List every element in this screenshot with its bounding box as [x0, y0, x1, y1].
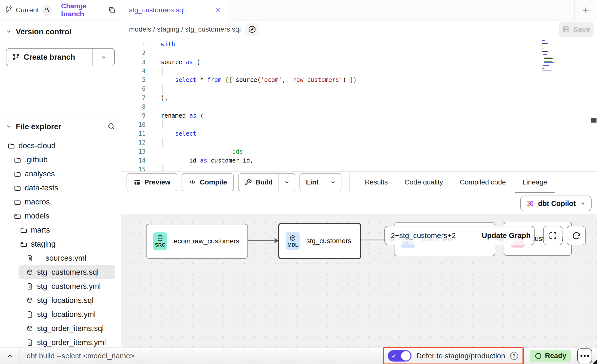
new-tab-button[interactable]: [575, 0, 597, 20]
indent-guide: [162, 67, 163, 75]
code-line-13[interactable]: 13 ---------- ids: [121, 147, 597, 156]
tree-item-label: stg_customers.sql: [37, 268, 99, 277]
tree-item-macros[interactable]: macros: [6, 195, 115, 209]
lineage-node-stg-customers[interactable]: MDLstg_customers: [278, 223, 361, 259]
code-line-2[interactable]: 2: [121, 49, 597, 57]
code-line-15[interactable]: 15: [121, 165, 597, 171]
code-line-11[interactable]: 11 select: [121, 129, 597, 138]
tab-code-quality[interactable]: Code quality: [397, 171, 450, 193]
tree-item-stg-locations-yml[interactable]: stg_locations.yml: [19, 307, 115, 321]
code-line-10[interactable]: 10: [121, 120, 597, 129]
file-tree: docs-cloud.githubanalysesdata-testsmacro…: [0, 136, 121, 347]
tree-item-models[interactable]: models: [6, 209, 115, 223]
tree-item-stg-order-items-sql[interactable]: stg_order_items.sql: [19, 321, 115, 335]
code-line-9[interactable]: 9renamed as (: [121, 111, 597, 120]
tree-item--github[interactable]: .github: [6, 153, 115, 167]
defer-toggle[interactable]: [388, 350, 411, 362]
chevron-down-icon[interactable]: [5, 123, 12, 130]
tree-item-label: staging: [31, 240, 56, 249]
tree-item-analyses[interactable]: analyses: [6, 167, 115, 181]
node-label: ecom.raw_customers: [174, 237, 239, 245]
code-line-14[interactable]: 14 id as customer_id,: [121, 156, 597, 165]
table-icon: [133, 179, 141, 186]
scrollbar-handle[interactable]: [591, 118, 597, 123]
copy-icon[interactable]: [108, 6, 116, 14]
update-graph-button[interactable]: Update Graph: [478, 226, 534, 245]
tree-item-label: docs-cloud: [19, 141, 56, 150]
tab-stg-customers[interactable]: stg_customers.sql: [121, 0, 229, 20]
breadcrumb: models / staging / stg_customers.sql: [129, 25, 241, 33]
create-branch-dropdown[interactable]: [93, 54, 114, 60]
indent-guide: [177, 138, 177, 147]
code-text: with: [161, 40, 175, 49]
code-text: renamed as (: [161, 111, 204, 120]
tab-compiled-code[interactable]: Compiled code: [452, 171, 513, 193]
preview-button[interactable]: Preview: [127, 173, 177, 191]
create-branch-button[interactable]: Create branch: [6, 48, 115, 66]
code-line-5[interactable]: 5 select * from {{ source('ecom', 'raw_c…: [121, 75, 597, 84]
editor-scrollbar[interactable]: [591, 38, 597, 171]
tab-results[interactable]: Results: [357, 171, 395, 193]
status-badge[interactable]: Ready: [530, 350, 571, 362]
health-check-button[interactable]: [245, 22, 259, 36]
tree-item-stg-customers-yml[interactable]: stg_customers.yml: [19, 279, 115, 293]
create-branch-label: Create branch: [24, 53, 75, 62]
lineage-selector-input[interactable]: 2+stg_customers+2: [385, 226, 478, 245]
code-line-1[interactable]: 1with: [121, 40, 597, 49]
tree-item-docs-cloud[interactable]: docs-cloud: [0, 139, 115, 153]
folder-icon: [14, 170, 21, 178]
refresh-button[interactable]: [567, 226, 586, 245]
indent-guide: [162, 138, 163, 147]
close-icon[interactable]: [215, 7, 222, 14]
preview-label: Preview: [144, 178, 170, 186]
indent-guide: [162, 84, 163, 93]
code-text: id as customer_id,: [161, 156, 254, 165]
tree-item-stg-customers-sql[interactable]: stg_customers.sql: [19, 265, 115, 279]
lock-icon: [44, 7, 50, 13]
build-dropdown[interactable]: [279, 174, 295, 191]
code-editor[interactable]: 1with23source as (45 select * from {{ so…: [121, 38, 597, 171]
result-tabs: ResultsCode qualityCompiled codeLineage: [357, 171, 555, 193]
code-line-8[interactable]: 8: [121, 102, 597, 111]
more-options-button[interactable]: [577, 348, 592, 363]
tree-item-stg-order-items-yml[interactable]: stg_order_items.yml: [19, 335, 115, 347]
line-number: 8: [121, 102, 146, 111]
tree-item-label: stg_order_items.sql: [37, 324, 104, 333]
src-badge: SRC: [153, 232, 167, 250]
code-text: ---------- ids: [161, 147, 243, 156]
save-button[interactable]: Save: [559, 22, 594, 37]
code-line-3[interactable]: 3source as (: [121, 58, 597, 67]
resize-corner: [593, 360, 597, 364]
lint-button[interactable]: Lint: [300, 174, 324, 191]
lineage-canvas[interactable]: SRCecom.raw_customersMDLstg_customersMDL…: [121, 214, 597, 347]
code-line-7[interactable]: 7),: [121, 93, 597, 102]
fullscreen-button[interactable]: [543, 226, 562, 245]
tab-lineage[interactable]: Lineage: [515, 171, 555, 193]
model-icon: [26, 269, 34, 276]
compile-button[interactable]: Compile: [182, 173, 234, 191]
dbt-copilot-button[interactable]: dbt Copilot: [520, 196, 592, 211]
lint-dropdown[interactable]: [325, 174, 341, 191]
tree-item-label: .github: [25, 155, 48, 164]
help-icon[interactable]: ?: [510, 352, 518, 360]
build-label: Build: [255, 178, 273, 186]
branch-lock-badge: [42, 4, 52, 16]
dbt-cloud-ide: Current Change branch Version control: [0, 0, 597, 364]
tree-item-stg-locations-sql[interactable]: stg_locations.sql: [19, 293, 115, 307]
code-line-6[interactable]: 6: [121, 84, 597, 93]
lineage-node-ecom-raw-customers[interactable]: SRCecom.raw_customers: [146, 224, 248, 259]
badge-label: MDL: [287, 242, 298, 248]
chevron-down-icon[interactable]: [5, 28, 12, 36]
collapse-panel-button[interactable]: [0, 347, 20, 364]
tree-item-data-tests[interactable]: data-tests: [6, 181, 115, 195]
tree-item-marts[interactable]: marts: [12, 223, 115, 237]
code-line-12[interactable]: 12: [121, 138, 597, 147]
search-icon[interactable]: [107, 122, 115, 131]
indent-guide: [162, 120, 163, 129]
tree-item--sources-yml[interactable]: __sources.yml: [19, 251, 115, 265]
tree-item-staging[interactable]: staging: [12, 237, 115, 251]
command-input[interactable]: dbt build --select <model_name>: [27, 352, 134, 360]
code-line-4[interactable]: 4: [121, 67, 597, 75]
build-button[interactable]: Build: [239, 174, 279, 191]
change-branch-link[interactable]: Change branch: [61, 2, 105, 18]
